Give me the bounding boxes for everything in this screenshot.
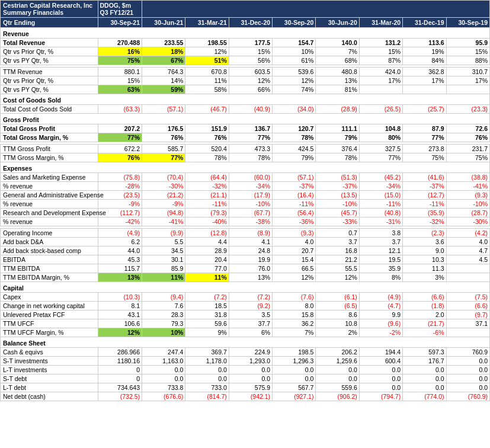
table-cell: -9%	[142, 200, 185, 209]
table-cell: 80%	[359, 133, 402, 142]
table-cell: -41%	[142, 217, 185, 226]
table-row: TTM Gross Profit672.2585.7520.4473.3424.…	[1, 145, 490, 153]
table-cell: 1,296.3	[273, 357, 316, 366]
table-cell: 672.2	[98, 145, 142, 153]
table-cell: (45.2)	[359, 173, 402, 182]
table-cell: 520.4	[185, 145, 229, 153]
table-cell: (7.2)	[229, 293, 272, 302]
table-cell: 1,259.6	[316, 357, 359, 366]
table-cell: 0.0	[403, 375, 446, 383]
table-cell: 764.3	[142, 68, 185, 76]
section-title: Capital	[1, 282, 490, 293]
row-label: Add back D&A	[1, 238, 98, 247]
table-cell: 270.488	[98, 39, 142, 47]
table-cell: 16.8	[316, 247, 359, 255]
row-label: Add back stock-based comp	[1, 247, 98, 255]
table-cell: 0.7	[316, 229, 359, 238]
table-cell: 20.4	[185, 255, 229, 264]
section-title-row: Balance Sheet	[1, 337, 490, 348]
table-cell: (676.6)	[142, 392, 185, 401]
table-cell: 539.6	[273, 68, 316, 76]
table-cell: 37.7	[229, 319, 272, 328]
table-cell: 600.4	[359, 357, 402, 366]
table-cell: 11.3	[403, 264, 446, 273]
table-cell: (4.9)	[98, 229, 142, 238]
table-cell: 597.3	[403, 348, 446, 357]
section-title-row: Capital	[1, 282, 490, 293]
table-cell: 131.2	[359, 39, 402, 47]
table-cell: (35.9)	[403, 209, 446, 217]
table-cell: 733.8	[142, 383, 185, 392]
row-label: % revenue	[1, 182, 98, 191]
table-cell: 480.8	[316, 68, 359, 76]
table-cell: 81%	[316, 85, 359, 94]
table-cell: -10%	[446, 200, 489, 209]
table-row: Sales and Marketing Expense(75.8)(70.4)(…	[1, 173, 490, 182]
table-cell: 68%	[316, 56, 359, 65]
row-label: Operating Income	[1, 229, 98, 238]
table-cell: (41.6)	[403, 173, 446, 182]
table-cell: (9.4)	[142, 293, 185, 302]
table-cell: 9%	[185, 328, 229, 337]
table-cell: 18%	[142, 47, 185, 56]
table-cell: 106.6	[98, 319, 142, 328]
table-cell: 20.7	[273, 247, 316, 255]
table-cell: 12%	[316, 273, 359, 282]
row-label: TTM EBITDA	[1, 264, 98, 273]
row-label: S-T investments	[1, 357, 98, 366]
row-label: % revenue	[1, 217, 98, 226]
row-label: L-T investments	[1, 366, 98, 375]
table-cell: (732.5)	[98, 392, 142, 401]
table-cell: -34%	[359, 182, 402, 191]
table-row: TTM UFCF106.679.359.637.736.210.8(9.6)(2…	[1, 319, 490, 328]
table-cell: 79.3	[142, 319, 185, 328]
table-cell: (23.3)	[446, 105, 489, 114]
table-cell: -10%	[229, 200, 272, 209]
table-cell: 0.0	[403, 383, 446, 392]
table-cell: (25.7)	[403, 105, 446, 114]
table-cell: 79%	[273, 153, 316, 162]
table-cell: 575.9	[229, 383, 272, 392]
table-cell: -37%	[273, 182, 316, 191]
table-cell: (67.7)	[229, 209, 272, 217]
table-cell: (774.0)	[403, 392, 446, 401]
table-row: Total Gross Margin, %77%76%76%77%78%79%8…	[1, 133, 490, 142]
table-cell: -9%	[98, 200, 142, 209]
table-cell: 6%	[229, 328, 272, 337]
table-cell: 1,178.0	[185, 357, 229, 366]
table-cell: 4.5	[446, 255, 489, 264]
table-cell: 11%	[185, 76, 229, 85]
table-cell: 1180.16	[98, 357, 142, 366]
table-cell: 17%	[446, 76, 489, 85]
table-cell: 12.1	[359, 247, 402, 255]
section-title: Expenses	[1, 162, 490, 173]
row-label: TTM Gross Profit	[1, 145, 98, 153]
table-cell: 0.0	[359, 383, 402, 392]
table-cell: (9.2)	[229, 302, 272, 311]
col-mar21: 31-Mar-21	[185, 18, 229, 28]
table-cell: 247.4	[142, 348, 185, 357]
table-cell: (45.7)	[316, 209, 359, 217]
table-cell: 15%	[229, 47, 272, 56]
row-label: General and Administrative Expense	[1, 191, 98, 200]
table-cell: 77%	[142, 153, 185, 162]
table-cell: 59.6	[185, 319, 229, 328]
table-cell: 19.9	[229, 255, 272, 264]
row-label: TTM EBITDA Margin, %	[1, 273, 98, 282]
table-cell: 10%	[142, 328, 185, 337]
table-cell: 231.7	[446, 145, 489, 153]
table-cell: 310.7	[446, 68, 489, 76]
table-cell: (40.8)	[359, 209, 402, 217]
table-cell: (6.6)	[446, 302, 489, 311]
table-row: Qtr vs PY Qtr, %75%67%51%56%61%68%87%84%…	[1, 56, 490, 65]
table-cell: 21.2	[316, 255, 359, 264]
table-row: Add back D&A6.25.54.44.14.03.73.73.64.0	[1, 238, 490, 247]
row-label: Total Revenue	[1, 39, 98, 47]
section-title-row: Revenue	[1, 28, 490, 39]
table-row: Research and Development Expense(112.7)(…	[1, 209, 490, 217]
table-cell: 198.55	[185, 39, 229, 47]
table-cell: 0.0	[359, 366, 402, 375]
row-label: Total Cost of Goods Sold	[1, 105, 98, 114]
table-cell: (7.5)	[446, 293, 489, 302]
table-cell: 78%	[273, 133, 316, 142]
